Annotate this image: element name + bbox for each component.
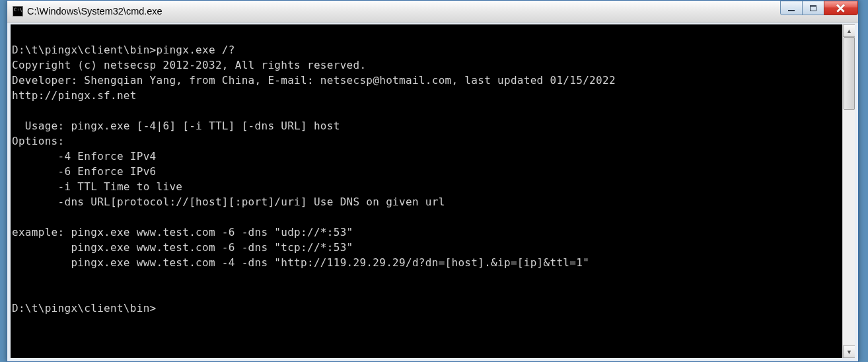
scroll-up-button[interactable]: ▲: [843, 24, 855, 37]
close-button[interactable]: [824, 1, 858, 15]
minimize-button[interactable]: [780, 1, 803, 15]
cmd-icon: [13, 6, 23, 17]
scroll-thumb[interactable]: [844, 37, 855, 110]
titlebar[interactable]: C:\Windows\System32\cmd.exe: [7, 1, 858, 22]
maximize-icon: [810, 5, 816, 11]
close-icon: [836, 3, 846, 13]
window-title: C:\Windows\System32\cmd.exe: [27, 6, 858, 17]
cmd-window: C:\Windows\System32\cmd.exe D:\t\pingx\c…: [7, 0, 859, 362]
scroll-down-button[interactable]: ▼: [843, 345, 855, 358]
maximize-button[interactable]: [802, 1, 824, 15]
terminal-output[interactable]: D:\t\pingx\client\bin>pingx.exe /? Copyr…: [11, 24, 842, 358]
window-controls: [781, 1, 858, 16]
minimize-icon: [788, 9, 795, 11]
vertical-scrollbar[interactable]: ▲ ▼: [842, 24, 855, 358]
client-area: D:\t\pingx\client\bin>pingx.exe /? Copyr…: [7, 22, 858, 361]
